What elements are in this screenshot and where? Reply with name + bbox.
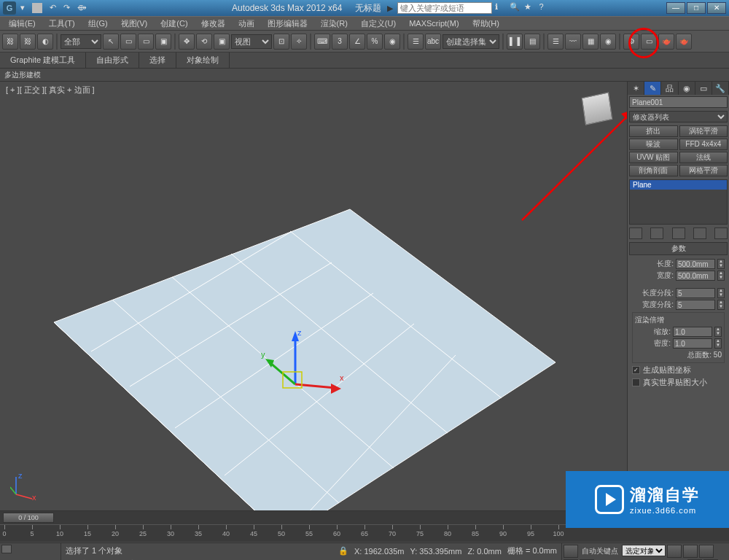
menu-graph[interactable]: 图形编辑器 (262, 17, 313, 31)
spinner-snap-button[interactable]: ◉ (384, 34, 400, 50)
percent-snap-button[interactable]: % (367, 34, 383, 50)
wseg-input[interactable] (676, 300, 715, 310)
rollout-params-header[interactable]: 参数 (629, 242, 728, 255)
density-spinner[interactable]: ▲▼ (714, 338, 722, 349)
render-prod-button[interactable]: 🫖 (676, 34, 692, 50)
star-icon[interactable]: ★ (524, 2, 536, 14)
mod-extrude[interactable]: 挤出 (629, 125, 678, 137)
scale-input[interactable] (673, 327, 712, 337)
bind-button[interactable]: ◐ (37, 34, 53, 50)
manip-button[interactable]: ✧ (291, 34, 307, 50)
tab-motion[interactable]: ◉ (679, 82, 695, 95)
mod-normal[interactable]: 法线 (679, 152, 728, 163)
align-button[interactable]: ▤ (524, 34, 540, 50)
tab-modify[interactable]: ✎ (644, 82, 661, 95)
lseg-spinner[interactable]: ▲▼ (717, 288, 725, 298)
binoculars-icon[interactable]: 🔍 (510, 2, 521, 14)
menu-render[interactable]: 渲染(R) (315, 17, 354, 31)
autokey-button[interactable]: 自动关键点 (580, 545, 620, 558)
menu-custom[interactable]: 自定义(U) (355, 17, 402, 31)
material-button[interactable]: ◉ (600, 34, 616, 50)
tab-create[interactable]: ✶ (628, 82, 644, 95)
scale-button[interactable]: ▣ (214, 34, 230, 50)
snap-button[interactable]: 3 (332, 34, 348, 50)
wseg-spinner[interactable]: ▲▼ (717, 300, 725, 310)
rotate-button[interactable]: ⟲ (196, 34, 212, 50)
key-toggle-button[interactable] (564, 545, 578, 558)
layer-button[interactable]: ☰ (547, 34, 564, 50)
filter-select[interactable]: 全部 (61, 34, 101, 49)
menu-group[interactable]: 组(G) (82, 17, 114, 31)
mod-uvwmap[interactable]: UVW 贴图 (629, 152, 678, 163)
render-frame-button[interactable]: ▭ (641, 34, 657, 50)
mod-noise[interactable]: 噪波 (629, 139, 678, 150)
minimize-button[interactable]: — (666, 2, 685, 14)
ribbon-tab-select[interactable]: 选择 (139, 52, 176, 68)
viewport[interactable]: [ + ][ 正交 ][ 真实 + 边面 ] z y (0, 82, 627, 510)
tab-utility[interactable]: 🔧 (712, 82, 729, 95)
ribbon-tab-paint[interactable]: 对象绘制 (176, 52, 230, 68)
menu-modifier[interactable]: 修改器 (195, 17, 231, 31)
menu-tools[interactable]: 工具(T) (43, 17, 81, 31)
width-spinner[interactable]: ▲▼ (717, 271, 725, 281)
stack-item-plane[interactable]: Plane (630, 180, 727, 190)
mirror-button[interactable]: ▌▐ (507, 34, 523, 50)
lseg-input[interactable] (676, 288, 715, 298)
close-button[interactable]: ✕ (707, 2, 726, 14)
tab-display[interactable]: ▭ (695, 82, 712, 95)
mod-ffd[interactable]: FFD 4x4x4 (679, 139, 728, 150)
angle-snap-button[interactable]: ∠ (349, 34, 365, 50)
ribbon-tab-freeform[interactable]: 自由形式 (86, 52, 139, 68)
pin-stack-button[interactable] (629, 228, 642, 239)
menu-anim[interactable]: 动画 (233, 17, 260, 31)
tab-hierarchy[interactable]: 品 (661, 82, 678, 95)
help-icon[interactable]: ? (539, 2, 550, 14)
script-mini-icon[interactable] (1, 545, 12, 553)
real-world-checkbox[interactable] (632, 378, 640, 386)
gen-map-checkbox[interactable]: ✓ (632, 366, 640, 374)
pivot-button[interactable]: ⊡ (273, 34, 289, 50)
mod-meshsmooth[interactable]: 网格平滑 (679, 165, 728, 176)
redo-icon[interactable]: ↷ (63, 3, 70, 13)
scale-spinner[interactable]: ▲▼ (714, 327, 722, 337)
nsel-button[interactable]: ☰ (408, 34, 424, 50)
ribbon-tab-graphite[interactable]: Graphite 建模工具 (0, 52, 86, 68)
refcoord-select[interactable]: 视图 (231, 34, 272, 49)
length-spinner[interactable]: ▲▼ (717, 259, 725, 269)
menu-help[interactable]: 帮助(H) (467, 17, 505, 31)
length-input[interactable] (676, 259, 715, 269)
key-target-select[interactable]: 选定对象 (622, 545, 666, 556)
modifier-stack[interactable]: Plane (629, 179, 728, 225)
selset-select[interactable]: 创建选择集 (443, 34, 499, 49)
menu-edit[interactable]: 编辑(E) (3, 17, 42, 31)
link-icon[interactable]: ⟴ (77, 3, 87, 13)
play-button[interactable] (699, 545, 714, 558)
config-button[interactable] (714, 228, 728, 239)
abc-button[interactable]: abc (425, 34, 441, 50)
menu-script[interactable]: MAXScript(M) (403, 18, 464, 29)
menu-view[interactable]: 视图(V) (115, 17, 154, 31)
object-name-input[interactable] (629, 96, 728, 108)
window-cross-button[interactable]: ▣ (155, 34, 171, 50)
app-logo[interactable]: G (3, 1, 16, 15)
link-button[interactable]: ⛓ (2, 34, 18, 50)
render-button[interactable]: 🫖 (658, 34, 674, 50)
plane-object[interactable]: z y x (0, 82, 627, 510)
show-end-button[interactable] (650, 228, 663, 239)
modifier-list-select[interactable]: 修改器列表 (629, 111, 728, 122)
time-slider-thumb[interactable]: 0 / 100 (3, 513, 54, 523)
curve-editor-button[interactable]: 〰 (565, 34, 581, 50)
prev-frame-button[interactable] (683, 545, 698, 558)
maximize-button[interactable]: □ (687, 2, 706, 14)
render-setup-button[interactable]: ⚙ (623, 34, 639, 50)
mod-chamfer[interactable]: 剖角剖面 (629, 165, 678, 176)
remove-mod-button[interactable] (693, 228, 706, 239)
unique-button[interactable] (672, 228, 685, 239)
select-button[interactable]: ↖ (103, 34, 119, 50)
undo-icon[interactable]: ↶ (50, 3, 56, 13)
density-input[interactable] (673, 338, 712, 349)
width-input[interactable] (676, 271, 715, 281)
keymode-button[interactable]: ⌨ (314, 34, 330, 50)
schematic-button[interactable]: ▦ (582, 34, 599, 50)
goto-start-button[interactable] (667, 545, 682, 558)
